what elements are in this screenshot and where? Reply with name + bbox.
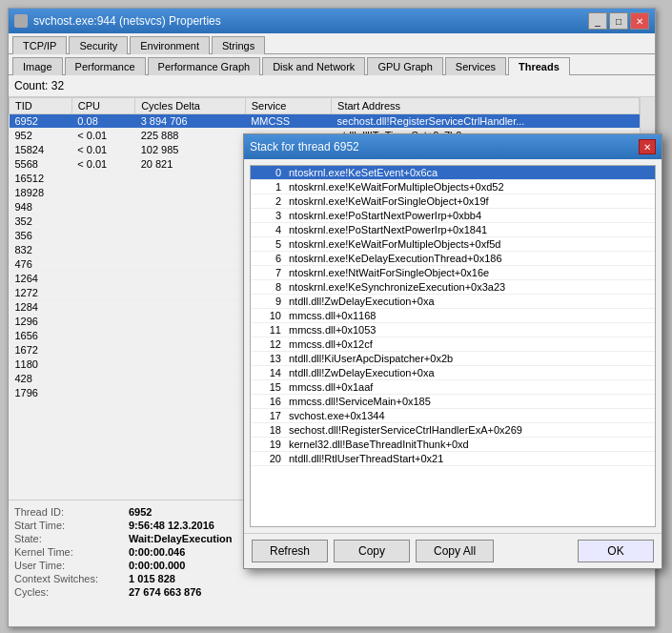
tab-gpu-graph[interactable]: GPU Graph xyxy=(367,57,442,75)
cell-cycles xyxy=(135,200,246,214)
stack-item[interactable]: 8ntoskrnl.exe!KeSynchronizeExecution+0x3… xyxy=(251,280,655,295)
tab-image[interactable]: Image xyxy=(12,57,63,75)
tab-threads[interactable]: Threads xyxy=(508,57,570,75)
cell-tid: 352 xyxy=(10,214,72,229)
stack-item[interactable]: 20ntdll.dll!RtlUserThreadStart+0x21 xyxy=(251,452,655,466)
copy-button[interactable]: Copy xyxy=(334,540,410,562)
app-icon xyxy=(14,14,28,28)
stack-item[interactable]: 19kernel32.dll!BaseThreadInitThunk+0xd xyxy=(251,438,655,452)
stack-num: 13 xyxy=(255,353,281,364)
stack-num: 12 xyxy=(255,338,281,350)
stack-num: 15 xyxy=(255,381,281,393)
tab-performance[interactable]: Performance xyxy=(65,57,146,75)
cell-tid: 1284 xyxy=(10,300,72,315)
minimize-button[interactable]: _ xyxy=(588,12,607,30)
tab-services[interactable]: Services xyxy=(445,57,506,75)
stack-item[interactable]: 13ntdll.dll!KiUserApcDispatcher+0x2b xyxy=(251,352,655,366)
property-value: Wait:DelayExecution xyxy=(129,533,232,544)
cell-cpu: < 0.01 xyxy=(71,129,134,143)
refresh-button[interactable]: Refresh xyxy=(252,540,328,562)
property-label: State: xyxy=(14,533,129,544)
stack-text: ntoskrnl.exe!KeSynchronizeExecution+0x3a… xyxy=(289,281,505,293)
cell-cycles xyxy=(135,386,246,400)
ok-button[interactable]: OK xyxy=(578,540,654,562)
tab-disk-and-network[interactable]: Disk and Network xyxy=(262,57,365,75)
cell-tid: 1656 xyxy=(10,329,72,343)
cell-tid: 1796 xyxy=(10,386,72,400)
copy-all-button[interactable]: Copy All xyxy=(416,540,494,562)
cell-cycles xyxy=(135,357,246,372)
stack-item[interactable]: 4ntoskrnl.exe!PoStartNextPowerIrp+0x1841 xyxy=(251,223,655,237)
stack-item[interactable]: 17svchost.exe+0x1344 xyxy=(251,409,655,423)
cell-cycles xyxy=(135,315,246,329)
cell-cpu xyxy=(71,300,134,315)
cell-cpu xyxy=(71,172,134,186)
cell-tid: 1272 xyxy=(10,286,72,300)
stack-item[interactable]: 11mmcss.dll+0x1053 xyxy=(251,323,655,337)
tab-security[interactable]: Security xyxy=(69,36,128,54)
stack-item[interactable]: 5ntoskrnl.exe!KeWaitForMultipleObjects+0… xyxy=(251,237,655,252)
stack-num: 18 xyxy=(255,424,281,436)
tab-performance-graph[interactable]: Performance Graph xyxy=(148,57,261,75)
tab-tcpip[interactable]: TCP/IP xyxy=(12,36,67,54)
stack-item[interactable]: 12mmcss.dll+0x12cf xyxy=(251,337,655,352)
stack-num: 10 xyxy=(255,310,281,321)
property-value: 9:56:48 12.3.2016 xyxy=(129,520,214,531)
stack-num: 20 xyxy=(255,453,281,464)
threads-header: Count: 32 xyxy=(9,75,655,97)
cell-cpu: < 0.01 xyxy=(71,157,134,172)
dialog-close-button[interactable]: ✕ xyxy=(639,139,656,154)
count-value: 32 xyxy=(51,79,64,92)
stack-text: ntdll.dll!RtlUserThreadStart+0x21 xyxy=(289,453,443,464)
cell-cycles xyxy=(135,300,246,315)
stack-num: 9 xyxy=(255,296,281,307)
stack-item[interactable]: 15mmcss.dll+0x1aaf xyxy=(251,380,655,395)
stack-item[interactable]: 14ntdll.dll!ZwDelayExecution+0xa xyxy=(251,366,655,380)
stack-item[interactable]: 6ntoskrnl.exe!KeDelayExecutionThread+0x1… xyxy=(251,252,655,266)
tab-strings[interactable]: Strings xyxy=(212,36,265,54)
stack-item[interactable]: 3ntoskrnl.exe!PoStartNextPowerIrp+0xbb4 xyxy=(251,209,655,223)
dialog-button-bar: Refresh Copy Copy All OK xyxy=(244,533,662,568)
col-address: Start Address xyxy=(332,98,640,114)
stack-num: 4 xyxy=(255,224,281,235)
stack-num: 14 xyxy=(255,367,281,378)
stack-text: ntoskrnl.exe!PoStartNextPowerIrp+0x1841 xyxy=(289,224,487,235)
cell-cycles xyxy=(135,243,246,257)
property-row: Cycles:27 674 663 876 xyxy=(14,586,649,598)
cell-cycles: 102 985 xyxy=(135,143,246,157)
stack-item[interactable]: 0ntoskrnl.exe!KeSetEvent+0x6ca xyxy=(251,166,655,180)
cell-cycles xyxy=(135,257,246,272)
stack-item[interactable]: 18sechost.dll!RegisterServiceCtrlHandler… xyxy=(251,423,655,438)
stack-num: 17 xyxy=(255,410,281,421)
count-label: Count: xyxy=(14,79,48,92)
cell-cpu xyxy=(71,243,134,257)
stack-item[interactable]: 10mmcss.dll+0x1168 xyxy=(251,309,655,323)
cell-tid: 1264 xyxy=(10,272,72,286)
stack-text: ntoskrnl.exe!KeDelayExecutionThread+0x18… xyxy=(289,253,502,264)
stack-item[interactable]: 7ntoskrnl.exe!NtWaitForSingleObject+0x16… xyxy=(251,266,655,280)
cell-tid: 952 xyxy=(10,129,72,143)
dialog-title: Stack for thread 6952 xyxy=(250,140,359,153)
table-row[interactable]: 69520.083 894 706MMCSSsechost.dll!Regist… xyxy=(10,114,640,129)
stack-num: 11 xyxy=(255,324,281,336)
cell-cpu xyxy=(71,315,134,329)
maximize-button[interactable]: □ xyxy=(609,12,628,30)
cell-cpu xyxy=(71,357,134,372)
cell-tid: 1180 xyxy=(10,357,72,372)
cell-tid: 832 xyxy=(10,243,72,257)
tab-environment[interactable]: Environment xyxy=(130,36,210,54)
stack-list[interactable]: 0ntoskrnl.exe!KeSetEvent+0x6ca1ntoskrnl.… xyxy=(250,165,656,527)
property-label: Kernel Time: xyxy=(14,546,129,558)
close-button[interactable]: ✕ xyxy=(630,12,649,30)
cell-tid: 948 xyxy=(10,200,72,214)
stack-num: 0 xyxy=(255,167,281,178)
cell-cpu xyxy=(71,214,134,229)
stack-num: 5 xyxy=(255,238,281,250)
property-label: User Time: xyxy=(14,560,129,571)
stack-item[interactable]: 1ntoskrnl.exe!KeWaitForMultipleObjects+0… xyxy=(251,180,655,194)
stack-item[interactable]: 9ntdll.dll!ZwDelayExecution+0xa xyxy=(251,295,655,309)
cell-cpu: 0.08 xyxy=(71,114,134,129)
property-label: Context Switches: xyxy=(14,573,129,584)
stack-item[interactable]: 16mmcss.dll!ServiceMain+0x185 xyxy=(251,395,655,409)
stack-item[interactable]: 2ntoskrnl.exe!KeWaitForSingleObject+0x19… xyxy=(251,194,655,209)
